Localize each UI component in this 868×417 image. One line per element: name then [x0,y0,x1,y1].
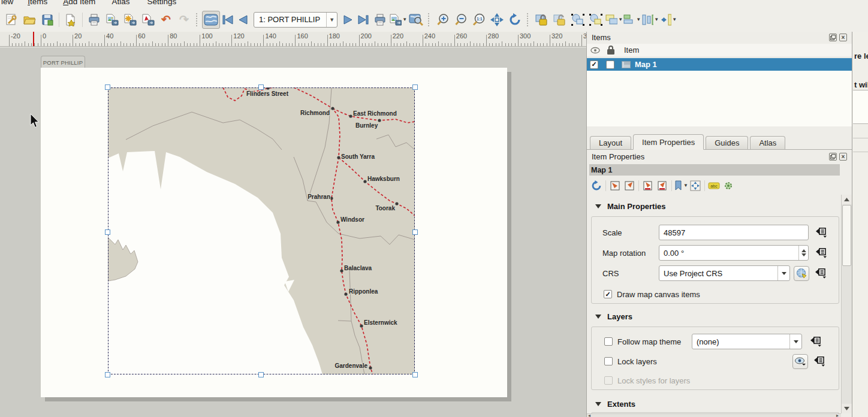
group-items-icon[interactable] [569,11,587,29]
crs-combobox[interactable]: Use Project CRS [659,265,790,281]
selection-handle[interactable] [105,229,110,235]
set-map-extent-to-canvas-icon[interactable] [608,179,622,192]
ruler-tick [225,43,226,46]
selection-handle[interactable] [412,229,418,235]
menu-items[interactable]: Items [28,0,47,6]
selection-handle[interactable] [412,372,418,377]
export-atlas-icon[interactable]: ▼ [389,11,407,29]
close-icon[interactable]: × [839,34,847,41]
vertical-scrollbar[interactable] [841,195,852,413]
export-svg-icon[interactable] [121,11,139,29]
zoom-actual-icon[interactable]: 1:1 [470,11,488,29]
selection-handle[interactable] [105,84,110,90]
ruler-label: 140 [265,32,276,40]
view-scale-in-canvas-icon[interactable] [655,179,670,192]
layers-header[interactable]: Layers [587,312,632,321]
follow-map-theme-checkbox[interactable] [604,337,613,346]
data-defined-override-icon[interactable] [809,336,822,348]
bookmark-icon[interactable]: ▼ [674,179,688,192]
map-theme-combobox[interactable]: (none) [692,334,802,349]
set-map-scale-to-canvas-icon[interactable] [641,179,655,192]
visibility-presets-eye-icon[interactable] [792,354,808,369]
ruler-tick [511,43,512,46]
print-atlas-icon[interactable] [371,11,389,29]
horizontal-scrollbar[interactable]: ◂ ▸ [587,413,841,417]
zoom-in-icon[interactable] [434,11,452,29]
atlas-feature-combobox[interactable]: 1: PORT PHILLIP ▼ [254,12,337,28]
resize-items-icon[interactable]: ▼ [659,11,677,29]
scroll-right-icon[interactable]: ▸ [836,414,839,417]
zoom-out-icon[interactable] [452,11,470,29]
menu-settings[interactable]: Settings [147,0,176,6]
atlas-first-feature-icon[interactable] [220,11,236,29]
selection-handle[interactable] [258,84,264,90]
save-project-icon[interactable] [38,11,56,29]
scroll-down-icon[interactable] [842,404,852,413]
print-layout-icon[interactable] [85,11,103,29]
scale-input[interactable]: 48597 [659,225,809,240]
open-layout-icon[interactable] [20,11,38,29]
ruler-tick [248,41,248,46]
scroll-left-icon[interactable]: ◂ [588,414,590,417]
layout-settings-icon[interactable] [2,11,20,29]
export-pdf-icon[interactable] [139,11,157,29]
selection-handle[interactable] [412,84,418,90]
menu-atlas[interactable]: Atlas [111,0,129,6]
tab-atlas[interactable]: Atlas [750,136,785,149]
labeling-settings-icon[interactable]: abc [707,179,721,192]
move-map-content-icon[interactable] [688,179,703,192]
ungroup-items-icon[interactable] [587,11,605,29]
data-defined-override-icon[interactable] [815,247,828,259]
clipping-settings-icon[interactable] [721,179,736,192]
unlock-items-icon[interactable] [551,11,569,29]
new-from-template-icon[interactable] [62,11,80,29]
select-crs-globe-icon[interactable] [794,266,809,281]
extents-header[interactable]: Extents [587,400,635,409]
layout-canvas[interactable]: PORT PHILLIP Flinders StreetRichmondEast… [0,47,586,417]
view-extent-in-canvas-icon[interactable] [622,179,637,192]
data-defined-override-icon[interactable] [815,226,828,238]
atlas-previous-feature-icon[interactable] [236,11,251,29]
tab-guides[interactable]: Guides [706,136,748,149]
atlas-preview-icon[interactable] [202,11,220,29]
selection-handle[interactable] [258,372,264,377]
menu-add-item[interactable]: Add Item [63,0,95,6]
update-map-preview-icon[interactable] [589,179,604,192]
align-items-icon[interactable]: ▼ [623,11,641,29]
lock-items-icon[interactable] [533,11,551,29]
tab-layout[interactable]: Layout [590,136,631,149]
draw-map-canvas-items-checkbox[interactable]: ✓ [604,290,612,298]
distribute-items-icon[interactable]: ▼ [641,11,659,29]
spinbox-arrows[interactable] [798,246,808,260]
undo-icon[interactable]: ↶ [157,11,175,29]
map-rotation-spinbox[interactable]: 0.00 ° [659,245,809,261]
items-list[interactable]: ✓ Map 1 [587,58,852,126]
lock-layers-checkbox[interactable] [604,357,613,365]
undock-icon[interactable] [829,153,837,161]
undock-icon[interactable] [829,34,837,41]
refresh-icon[interactable] [506,11,524,29]
close-icon[interactable]: × [839,153,847,161]
redo-icon[interactable]: ↷ [175,11,193,29]
lock-checkbox[interactable] [606,61,614,69]
scrollbar-thumb[interactable] [842,205,851,266]
visibility-checkbox[interactable]: ✓ [590,61,598,69]
atlas-next-feature-icon[interactable] [340,11,355,29]
items-row-map1[interactable]: ✓ Map 1 [587,58,852,71]
atlas-settings-icon[interactable] [407,11,425,29]
export-image-icon[interactable] [103,11,121,29]
atlas-last-feature-icon[interactable] [355,11,371,29]
data-defined-override-icon[interactable] [813,355,826,367]
raise-items-icon[interactable]: ▼ [605,11,623,29]
chevron-down-icon[interactable]: ▼ [326,13,337,27]
scroll-up-icon[interactable] [842,195,852,204]
page-tab-label: PORT PHILLIP [43,59,83,66]
map-item[interactable]: Flinders StreetRichmondEast RichmondBurn… [108,87,415,374]
zoom-full-icon[interactable] [488,11,506,29]
main-properties-header[interactable]: Main Properties [587,202,666,211]
tab-item-properties[interactable]: Item Properties [633,134,704,150]
data-defined-override-icon[interactable] [814,267,827,279]
menu-iew[interactable]: iew [1,0,13,6]
selection-handle[interactable] [105,372,110,377]
layout-page[interactable]: Flinders StreetRichmondEast RichmondBurn… [41,68,507,397]
